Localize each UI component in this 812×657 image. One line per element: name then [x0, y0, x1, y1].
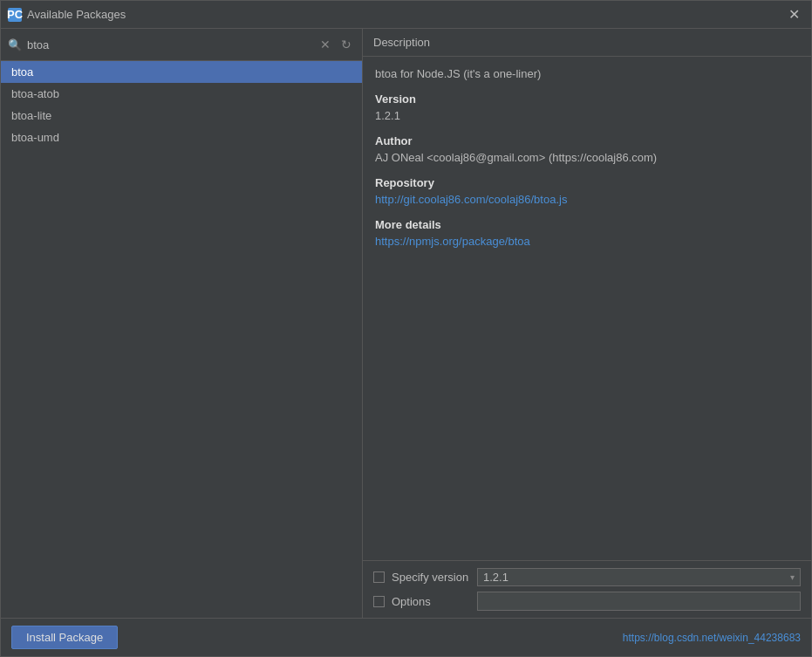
- more-details-label: More details: [375, 218, 799, 231]
- repository-link[interactable]: http://git.coolaj86.com/coolaj86/btoa.js: [375, 193, 799, 206]
- specify-version-row: Specify version 1.2.1 ▾: [373, 568, 801, 586]
- package-item-btoa-lite[interactable]: btoa-lite: [1, 105, 362, 127]
- left-panel: 🔍 ✕ ↻ btoa btoa-atob btoa-lite btoa-umd: [1, 29, 363, 618]
- title-bar-left: PC Available Packages: [8, 8, 126, 22]
- refresh-icon[interactable]: ↻: [338, 36, 355, 53]
- dialog-title: Available Packages: [27, 8, 126, 21]
- package-item-btoa-atob[interactable]: btoa-atob: [1, 83, 362, 105]
- options-label: Options: [392, 595, 470, 608]
- repository-label: Repository: [375, 176, 799, 189]
- search-bar: 🔍 ✕ ↻: [1, 29, 362, 61]
- package-item-btoa-umd[interactable]: btoa-umd: [1, 127, 362, 148]
- version-value: 1.2.1: [375, 109, 799, 122]
- main-content: 🔍 ✕ ↻ btoa btoa-atob btoa-lite btoa-umd …: [1, 29, 811, 618]
- description-content: btoa for Node.JS (it's a one-liner) Vers…: [363, 57, 811, 560]
- title-bar: PC Available Packages ✕: [1, 1, 811, 29]
- search-icon: 🔍: [8, 38, 22, 51]
- more-details-link[interactable]: https://npmjs.org/package/btoa: [375, 235, 799, 248]
- specify-version-checkbox[interactable]: [373, 571, 385, 583]
- specify-version-label: Specify version: [392, 571, 470, 584]
- author-label: Author: [375, 134, 799, 147]
- right-panel-header: Description: [363, 29, 811, 57]
- version-label: Version: [375, 92, 799, 106]
- desc-intro: btoa for Node.JS (it's a one-liner): [375, 67, 799, 80]
- options-checkbox[interactable]: [373, 596, 385, 607]
- package-item-btoa[interactable]: btoa: [1, 61, 362, 83]
- right-panel: Description btoa for Node.JS (it's a one…: [363, 29, 811, 618]
- package-list: btoa btoa-atob btoa-lite btoa-umd: [1, 61, 362, 339]
- version-select[interactable]: 1.2.1 ▾: [477, 568, 801, 586]
- footer-link: https://blog.csdn.net/weixin_44238683: [623, 632, 801, 644]
- options-input[interactable]: [477, 592, 801, 611]
- footer: Install Package https://blog.csdn.net/we…: [1, 618, 811, 656]
- app-icon: PC: [8, 8, 22, 22]
- search-input[interactable]: [27, 38, 313, 51]
- install-package-button[interactable]: Install Package: [11, 626, 118, 649]
- search-clear-icon[interactable]: ✕: [318, 36, 332, 53]
- chevron-down-icon: ▾: [790, 572, 795, 582]
- left-bottom-area: [1, 339, 362, 618]
- author-value: AJ ONeal <coolaj86@gmail.com> (https://c…: [375, 151, 799, 164]
- options-row: Options: [373, 592, 801, 611]
- version-select-value: 1.2.1: [483, 571, 508, 584]
- bottom-bar: Specify version 1.2.1 ▾ Options: [363, 560, 811, 618]
- close-button[interactable]: ✕: [783, 4, 804, 25]
- available-packages-dialog: PC Available Packages ✕ 🔍 ✕ ↻ btoa btoa-…: [0, 0, 812, 657]
